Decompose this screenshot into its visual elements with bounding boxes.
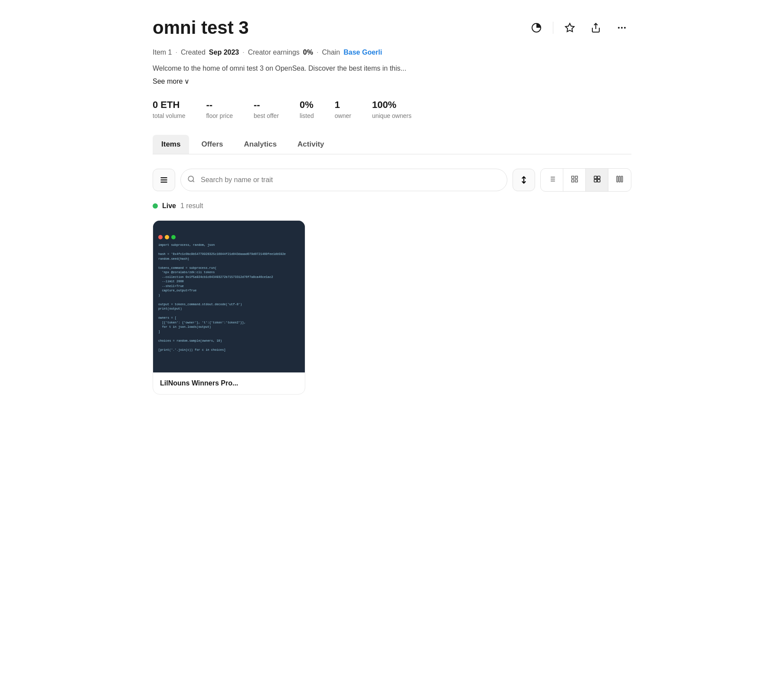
svg-rect-23 — [597, 176, 600, 179]
stat-label: unique owners — [372, 112, 412, 119]
chain-name-link[interactable]: Base Goerli — [343, 49, 382, 56]
grid-large-view-button[interactable] — [608, 169, 631, 191]
search-wrapper — [180, 169, 507, 191]
svg-point-4 — [621, 27, 623, 29]
window-dots — [158, 235, 300, 239]
item-count: Item 1 — [153, 49, 172, 56]
stat-label: total volume — [153, 112, 185, 119]
see-more-button[interactable]: See more ∨ — [153, 77, 189, 85]
stat-item: 1 owner — [335, 99, 351, 119]
svg-point-5 — [624, 27, 626, 29]
dot-2: · — [242, 49, 244, 56]
header-row: omni test 3 — [153, 17, 631, 38]
svg-rect-18 — [572, 176, 574, 178]
grid-small-view-button-icon — [571, 175, 578, 185]
stat-value: 0 ETH — [153, 99, 185, 111]
filter-button[interactable] — [153, 169, 175, 191]
header-actions — [527, 18, 631, 37]
tab-items[interactable]: Items — [153, 135, 189, 154]
grid-large-view-button-icon — [616, 175, 624, 185]
search-input[interactable] — [180, 169, 507, 191]
stat-label: owner — [335, 112, 351, 119]
stat-label: listed — [300, 112, 314, 119]
code-preview: import subprocess, random, json hash = '… — [153, 221, 305, 372]
stat-item: -- floor price — [206, 99, 232, 119]
chain-label: Chain — [322, 49, 340, 56]
dot-red — [158, 235, 163, 239]
stats-row: 0 ETH total volume -- floor price -- bes… — [153, 99, 631, 119]
header-divider — [553, 22, 553, 34]
dot-3: · — [317, 49, 318, 56]
tab-analytics[interactable]: Analytics — [235, 135, 286, 154]
page-container: omni test 3 — [132, 0, 652, 412]
svg-rect-20 — [572, 180, 574, 182]
stat-item: 0% listed — [300, 99, 314, 119]
collection-description: Welcome to the home of omni test 3 on Op… — [153, 63, 631, 74]
nft-card[interactable]: import subprocess, random, json hash = '… — [153, 220, 305, 395]
live-row: Live 1 result — [153, 202, 631, 210]
earnings-value: 0% — [303, 49, 313, 56]
list-view-button-icon — [548, 175, 556, 185]
earnings-label: Creator earnings — [248, 49, 300, 56]
svg-rect-28 — [621, 176, 623, 182]
favorite-button[interactable] — [560, 18, 579, 37]
sort-button[interactable] — [513, 169, 535, 191]
stat-item: 0 ETH total volume — [153, 99, 185, 119]
stat-value: -- — [206, 99, 232, 111]
tabs-row: ItemsOffersAnalyticsActivity — [153, 135, 631, 154]
nft-grid: import subprocess, random, json hash = '… — [153, 220, 631, 395]
meta-row: Item 1 · Created Sep 2023 · Creator earn… — [153, 49, 631, 56]
svg-rect-26 — [617, 176, 618, 182]
grid-medium-view-button-icon — [593, 175, 601, 185]
dot-yellow — [165, 235, 169, 239]
live-indicator — [153, 203, 158, 209]
svg-rect-25 — [597, 179, 600, 182]
svg-rect-21 — [575, 180, 577, 182]
stat-value: 0% — [300, 99, 314, 111]
svg-point-3 — [618, 27, 620, 29]
stat-value: 1 — [335, 99, 351, 111]
tab-offers[interactable]: Offers — [193, 135, 232, 154]
stat-label: best offer — [254, 112, 279, 119]
list-view-button[interactable] — [541, 169, 563, 191]
star-icon — [565, 23, 575, 33]
more-icon — [617, 23, 627, 33]
grid-medium-view-button[interactable] — [586, 169, 608, 191]
chart-button[interactable] — [527, 18, 546, 37]
stat-label: floor price — [206, 112, 232, 119]
nft-info: LilNouns Winners Pro... — [153, 372, 305, 394]
svg-rect-22 — [594, 176, 597, 179]
nft-image: import subprocess, random, json hash = '… — [153, 221, 305, 372]
chart-icon — [531, 23, 542, 33]
tab-activity[interactable]: Activity — [289, 135, 333, 154]
toolbar-row — [153, 168, 631, 192]
svg-rect-19 — [575, 176, 577, 178]
grid-small-view-button[interactable] — [563, 169, 586, 191]
view-toggle — [540, 168, 631, 192]
filter-icon — [160, 176, 168, 184]
chevron-down-icon: ∨ — [184, 77, 189, 85]
dot-green — [171, 235, 176, 239]
live-label: Live — [162, 202, 176, 210]
svg-rect-24 — [594, 179, 597, 182]
more-button[interactable] — [612, 18, 631, 37]
result-count: 1 result — [180, 202, 203, 210]
stat-item: -- best offer — [254, 99, 279, 119]
svg-marker-1 — [565, 23, 574, 32]
svg-rect-27 — [619, 176, 621, 182]
created-date: Sep 2023 — [209, 49, 239, 56]
stat-value: 100% — [372, 99, 412, 111]
sort-icon — [519, 176, 528, 184]
share-icon — [591, 23, 601, 33]
dot-1: · — [175, 49, 177, 56]
collection-title: omni test 3 — [153, 17, 249, 38]
nft-name: LilNouns Winners Pro... — [160, 379, 298, 387]
share-button[interactable] — [586, 18, 605, 37]
stat-item: 100% unique owners — [372, 99, 412, 119]
created-label: Created — [181, 49, 206, 56]
stat-value: -- — [254, 99, 279, 111]
